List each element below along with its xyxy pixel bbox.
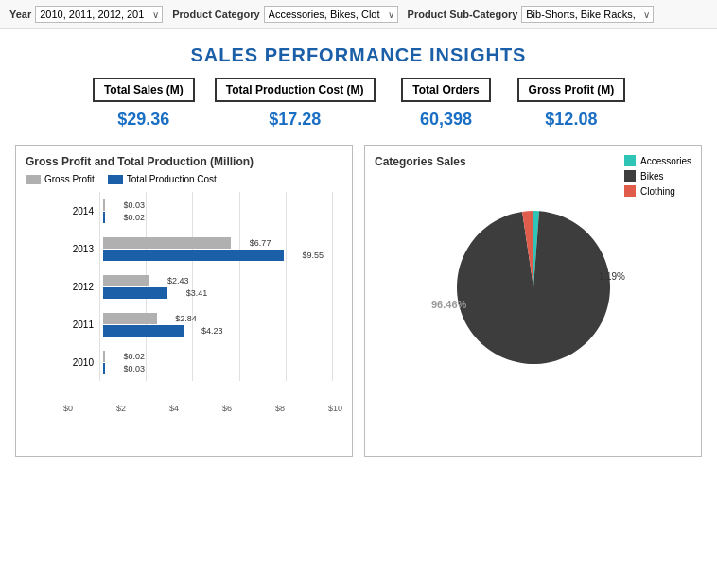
grid-line-0 — [99, 192, 100, 381]
bar-year-2: 2012 — [63, 282, 94, 292]
subcategory-filter: Product Sub-Category Bib-Shorts, Bike Ra… — [408, 6, 655, 23]
bar-year-1: 2013 — [63, 244, 94, 254]
x-label-2: $4 — [169, 404, 179, 413]
prod-bar-0: $0.02 — [103, 212, 105, 223]
prod-label-3: $4.23 — [201, 326, 223, 336]
kpi-value-3: $12.08 — [545, 110, 597, 130]
kpi-value-0: $29.36 — [117, 110, 169, 130]
year-select[interactable]: 2010, 2011, 2012, 201 — [35, 6, 163, 23]
pie-legend-item-0: Accessories — [624, 155, 691, 166]
bar-group-1: $6.77 $9.55 — [103, 237, 284, 261]
prod-bar-2: $3.41 — [103, 287, 167, 299]
year-select-wrap[interactable]: 2010, 2011, 2012, 201 — [35, 6, 163, 23]
gross-bar-1: $6.77 — [103, 237, 231, 249]
prod-label-1: $9.55 — [302, 251, 324, 260]
category-label: Product Category — [172, 9, 259, 20]
bar-group-0: $0.03 $0.02 — [103, 199, 105, 223]
kpi-card-1: Total Production Cost (M) $17.28 — [215, 78, 376, 130]
kpi-card-3: Gross Profit (M) $12.08 — [517, 78, 626, 130]
pie-chart-box: Categories Sales AccessoriesBikesClothin… — [364, 145, 702, 457]
page-title: SALES PERFORMANCE INSIGHTS — [0, 29, 717, 78]
prod-bar-3: $4.23 — [103, 325, 184, 337]
kpi-label-1: Total Production Cost (M) — [215, 78, 376, 102]
bar-year-4: 2010 — [63, 357, 94, 368]
pie-label-acc: 1.19% — [599, 271, 625, 282]
subcategory-select-wrap[interactable]: Bib-Shorts, Bike Racks, — [521, 6, 654, 23]
legend-label-0: Gross Profit — [44, 174, 95, 184]
kpi-value-2: 60,398 — [420, 110, 472, 130]
prod-label-0: $0.02 — [123, 213, 145, 222]
top-bar: Year 2010, 2011, 2012, 201 Product Categ… — [0, 0, 717, 29]
category-select-wrap[interactable]: Accessories, Bikes, Clot — [264, 6, 398, 23]
charts-row: Gross Profit and Total Production (Milli… — [0, 145, 717, 457]
gross-label-0: $0.03 — [123, 200, 145, 210]
gross-bar-3: $2.84 — [103, 313, 157, 324]
prod-bar-1: $9.55 — [103, 250, 284, 261]
gross-label-4: $0.02 — [123, 352, 145, 361]
kpi-card-0: Total Sales (M) $29.36 — [92, 78, 196, 130]
bar-legend-item-1: Total Production Cost — [108, 174, 217, 184]
prod-label-4: $0.03 — [123, 364, 145, 373]
gross-label-2: $2.43 — [167, 276, 189, 285]
x-axis: $0$2$4$6$8$10 — [26, 404, 342, 413]
subcategory-label: Product Sub-Category — [408, 9, 518, 20]
pie-svg — [448, 202, 619, 372]
pie-area: 96.46% 1.19% — [375, 174, 691, 401]
bar-chart-title: Gross Profit and Total Production (Milli… — [26, 155, 342, 168]
gross-bar-2: $2.43 — [103, 275, 149, 286]
grid-line-4 — [286, 192, 287, 381]
legend-label-1: Total Production Cost — [127, 174, 217, 184]
bar-legend-item-0: Gross Profit — [26, 174, 95, 184]
gross-bar-0: $0.03 — [103, 199, 105, 211]
subcategory-select[interactable]: Bib-Shorts, Bike Racks, — [521, 6, 654, 23]
bar-chart-legend: Gross ProfitTotal Production Cost — [26, 174, 342, 184]
bar-year-0: 2014 — [63, 206, 94, 216]
kpi-card-2: Total Orders 60,398 — [394, 78, 498, 130]
category-select[interactable]: Accessories, Bikes, Clot — [264, 6, 398, 23]
gross-label-3: $2.84 — [175, 314, 197, 323]
year-label: Year — [9, 9, 31, 20]
grid-line-3 — [239, 192, 240, 381]
x-label-0: $0 — [63, 404, 73, 413]
prod-label-2: $3.41 — [186, 288, 208, 298]
kpi-label-2: Total Orders — [401, 78, 490, 102]
bar-group-4: $0.02 $0.03 — [103, 351, 105, 374]
gross-label-1: $6.77 — [250, 238, 271, 248]
kpi-value-1: $17.28 — [269, 110, 321, 130]
bar-year-3: 2011 — [63, 320, 94, 330]
bar-chart-area: 2014 $0.03 $0.02 2013 $6.77 $9.55 2012 — [26, 192, 342, 400]
bar-chart-box: Gross Profit and Total Production (Milli… — [15, 145, 353, 457]
pie-label-bikes: 96.46% — [431, 299, 466, 310]
category-filter: Product Category Accessories, Bikes, Clo… — [172, 6, 397, 23]
legend-swatch-1 — [108, 175, 123, 184]
pie-swatch-0 — [624, 155, 636, 166]
prod-bar-4: $0.03 — [103, 363, 105, 374]
x-label-3: $6 — [222, 404, 232, 413]
grid-line-5 — [332, 192, 333, 381]
x-label-5: $10 — [328, 404, 342, 413]
legend-swatch-0 — [26, 175, 41, 184]
grid-line-2 — [192, 192, 193, 381]
gross-bar-4: $0.02 — [103, 351, 105, 362]
x-label-1: $2 — [116, 404, 126, 413]
kpi-row: Total Sales (M) $29.36 Total Production … — [0, 78, 717, 145]
pie-legend-label-0: Accessories — [640, 156, 691, 166]
kpi-label-0: Total Sales (M) — [93, 78, 195, 102]
year-filter: Year 2010, 2011, 2012, 201 — [9, 6, 163, 23]
x-label-4: $8 — [275, 404, 285, 413]
kpi-label-3: Gross Profit (M) — [517, 78, 626, 102]
